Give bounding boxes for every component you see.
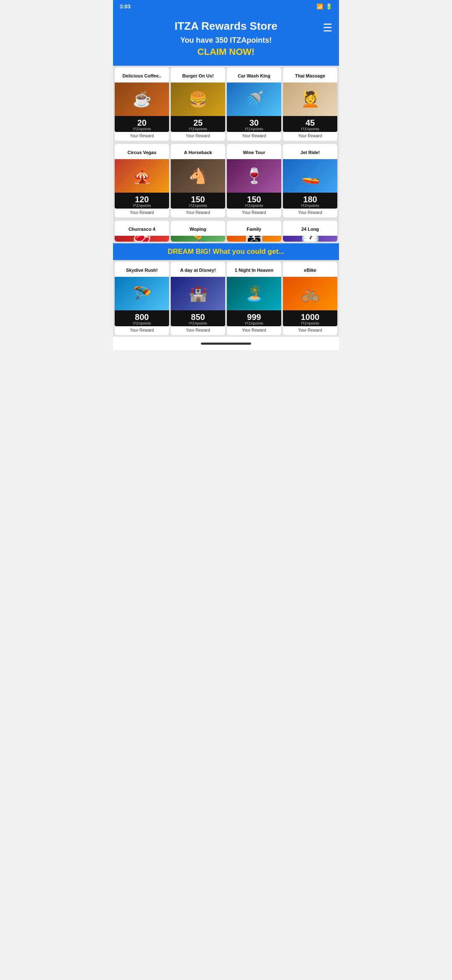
reward-card-circus-vegas[interactable]: Circus Vegas🎪120ITZApointsYour Reward [115,144,169,217]
card-points-label-burger-on-us: ITZApoints [172,127,224,131]
card-image-24long: 🕐 [283,236,337,242]
card-title-ebike: eBike [302,262,318,277]
card-image-skydive: 🪂 [115,277,169,310]
card-image-thai-massage: 💆 [283,83,337,116]
card-points-label-circus-vegas: ITZApoints [116,204,168,208]
card-image-burger-on-us: 🍔 [171,83,225,116]
dream-banner: DREAM BIG! What you could get... [113,243,339,260]
card-points-number-car-wash-king: 30 [228,119,280,127]
card-points-label-skydive: ITZApoints [116,321,168,325]
card-title-disney: A day at Disney! [178,262,217,277]
card-reward-horseback: Your Reward [185,209,211,217]
card-image-disney: 🏰 [171,277,225,310]
card-image-churrasco: 🥩 [115,236,169,242]
home-indicator [201,343,251,345]
card-points-label-disney: ITZApoints [172,321,224,325]
card-title-woping: Woping [188,221,208,236]
card-points-box-disney: 850ITZApoints [171,310,225,326]
reward-card-night-heaven[interactable]: 1 Night In Heaven🏝️999ITZApointsYour Rew… [227,262,281,335]
reward-card-jet-ride[interactable]: Jet Ride!🚤180ITZApointsYour Reward [283,144,337,217]
card-points-box-night-heaven: 999ITZApoints [227,310,281,326]
card-points-box-wine-tour: 150ITZApoints [227,193,281,209]
reward-card-car-wash-king[interactable]: Car Wash King🚿30ITZApointsYour Reward [227,67,281,141]
card-points-label-car-wash-king: ITZApoints [228,127,280,131]
reward-card-disney[interactable]: A day at Disney!🏰850ITZApointsYour Rewar… [171,262,225,335]
card-points-number-jet-ride: 180 [284,195,336,204]
status-bar: 3:03 📶🔋 [113,0,339,13]
card-image-jet-ride: 🚤 [283,159,337,193]
card-points-number-disney: 850 [172,313,224,321]
rewards-grid-3: Skydive Rush!🪂800ITZApointsYour RewardA … [113,260,339,337]
card-image-car-wash-king: 🚿 [227,83,281,116]
reward-card-horseback[interactable]: A Horseback🐴150ITZApointsYour Reward [171,144,225,217]
reward-card-burger-on-us[interactable]: Burger On Us!🍔25ITZApointsYour Reward [171,67,225,141]
card-points-box-thai-massage: 45ITZApoints [283,116,337,132]
card-points-box-skydive: 800ITZApoints [115,310,169,326]
card-points-box-ebike: 1000ITZApoints [283,310,337,326]
card-image-delicious-coffee: ☕ [115,83,169,116]
reward-card-skydive[interactable]: Skydive Rush!🪂800ITZApointsYour Reward [115,262,169,335]
menu-icon[interactable]: ☰ [323,21,332,34]
card-points-box-delicious-coffee: 20ITZApoints [115,116,169,132]
card-reward-delicious-coffee: Your Reward [129,132,154,141]
card-title-skydive: Skydive Rush! [124,262,159,277]
reward-card-family[interactable]: Family👨‍👩‍👧 [227,221,281,242]
card-reward-thai-massage: Your Reward [297,132,323,141]
card-points-label-horseback: ITZApoints [172,204,224,208]
points-text: You have 350 ITZApoints! [118,36,334,45]
card-image-circus-vegas: 🎪 [115,159,169,193]
card-image-family: 👨‍👩‍👧 [227,236,281,242]
card-image-horseback: 🐴 [171,159,225,193]
claim-button[interactable]: CLAIM NOW! [118,46,334,57]
reward-card-churrasco[interactable]: Churrasco 4🥩 [115,221,169,242]
card-points-label-delicious-coffee: ITZApoints [116,127,168,131]
card-title-jet-ride: Jet Ride! [299,144,321,159]
card-reward-wine-tour: Your Reward [241,209,267,217]
card-points-box-jet-ride: 180ITZApoints [283,193,337,209]
status-time: 3:03 [120,3,131,10]
app-title: ITZA Rewards Store [118,20,334,33]
card-image-night-heaven: 🏝️ [227,277,281,310]
card-title-churrasco: Churrasco 4 [127,221,157,236]
card-reward-jet-ride: Your Reward [297,209,323,217]
card-title-thai-massage: Thai Massage [293,67,327,83]
card-points-label-night-heaven: ITZApoints [228,321,280,325]
rewards-grid-1: Delicious Coffee..☕20ITZApointsYour Rewa… [113,66,339,142]
card-points-number-wine-tour: 150 [228,195,280,204]
card-points-box-horseback: 150ITZApoints [171,193,225,209]
card-points-label-jet-ride: ITZApoints [284,204,336,208]
card-image-ebike: 🚲 [283,277,337,310]
card-points-number-burger-on-us: 25 [172,119,224,127]
bottom-bar [113,337,339,350]
card-image-woping: 🏃 [171,236,225,242]
card-reward-car-wash-king: Your Reward [241,132,267,141]
card-points-label-thai-massage: ITZApoints [284,127,336,131]
card-title-night-heaven: 1 Night In Heaven [233,262,275,277]
reward-card-ebike[interactable]: eBike🚲1000ITZApointsYour Reward [283,262,337,335]
card-title-burger-on-us: Burger On Us! [180,67,215,83]
card-points-number-ebike: 1000 [284,313,336,321]
card-reward-skydive: Your Reward [129,326,154,335]
card-points-box-car-wash-king: 30ITZApoints [227,116,281,132]
card-points-box-burger-on-us: 25ITZApoints [171,116,225,132]
card-reward-ebike: Your Reward [297,326,323,335]
header: ITZA Rewards Store You have 350 ITZApoin… [113,13,339,66]
card-reward-disney: Your Reward [185,326,211,335]
status-icons: 📶🔋 [316,3,332,10]
card-title-horseback: A Horseback [182,144,214,159]
card-reward-night-heaven: Your Reward [241,326,267,335]
reward-card-woping[interactable]: Woping🏃 [171,221,225,242]
card-title-24long: 24 Long [300,221,321,236]
card-points-number-delicious-coffee: 20 [116,119,168,127]
card-points-number-skydive: 800 [116,313,168,321]
reward-card-wine-tour[interactable]: Wine Tour🍷150ITZApointsYour Reward [227,144,281,217]
card-points-box-circus-vegas: 120ITZApoints [115,193,169,209]
card-reward-circus-vegas: Your Reward [129,209,154,217]
rewards-grid-2: Circus Vegas🎪120ITZApointsYour RewardA H… [113,142,339,219]
card-points-number-night-heaven: 999 [228,313,280,321]
reward-card-thai-massage[interactable]: Thai Massage💆45ITZApointsYour Reward [283,67,337,141]
reward-card-24long[interactable]: 24 Long🕐 [283,221,337,242]
card-points-number-thai-massage: 45 [284,119,336,127]
card-title-car-wash-king: Car Wash King [236,67,272,83]
reward-card-delicious-coffee[interactable]: Delicious Coffee..☕20ITZApointsYour Rewa… [115,67,169,141]
